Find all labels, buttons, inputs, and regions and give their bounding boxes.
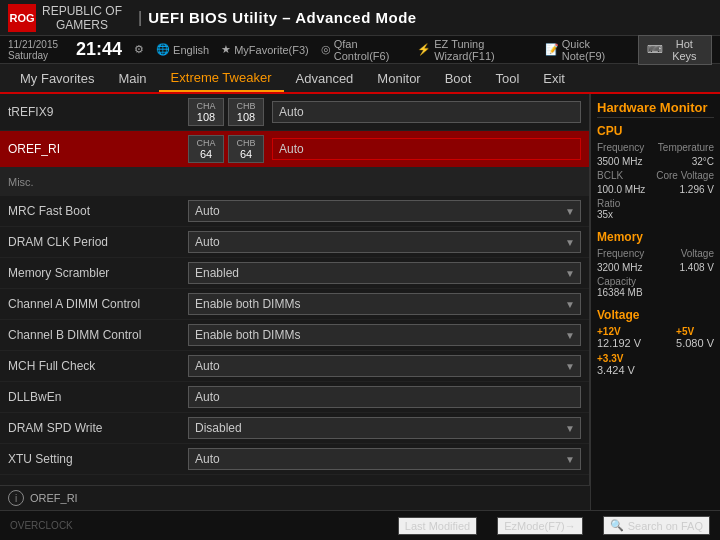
nav-bar: My Favorites Main Extreme Tweaker Advanc… — [0, 64, 720, 94]
cpu-temp-label: Temperature — [658, 142, 714, 153]
myfavorite-item[interactable]: ★ MyFavorite(F3) — [221, 43, 309, 56]
cpu-ratio-label: Ratio — [597, 198, 714, 209]
eztuning-item[interactable]: ⚡ EZ Tuning Wizard(F11) — [417, 38, 533, 62]
setting-dram-clk: DRAM CLK Period Auto ▼ — [0, 227, 589, 258]
dllbwen-label: DLLBwEn — [8, 390, 188, 404]
dram-clk-dropdown[interactable]: Auto — [188, 231, 581, 253]
setting-oref-ri[interactable]: OREF_RI CHA 64 CHB 64 Auto — [0, 131, 589, 168]
myfavorite-label: MyFavorite(F3) — [234, 44, 309, 56]
rog-logo-icon: ROG — [8, 4, 36, 32]
star-icon: ★ — [221, 43, 231, 56]
settings-gear-icon[interactable]: ⚙ — [134, 43, 144, 56]
trefix9-value: Auto — [272, 101, 581, 123]
mem-scrambler-dropdown[interactable]: Enabled — [188, 262, 581, 284]
cpu-bclk-label: BCLK — [597, 170, 623, 181]
cpu-bclk-row: BCLK Core Voltage — [597, 170, 714, 181]
mem-freq-row: Frequency Voltage — [597, 248, 714, 259]
nav-item-favorites[interactable]: My Favorites — [8, 64, 106, 92]
nav-item-extreme-tweaker[interactable]: Extreme Tweaker — [159, 64, 284, 92]
quicknote-item[interactable]: 📝 Quick Note(F9) — [545, 38, 626, 62]
hardware-monitor-title: Hardware Monitor — [597, 100, 714, 118]
cha-dimm-dropdown[interactable]: Enable both DIMMs — [188, 293, 581, 315]
nav-item-tool[interactable]: Tool — [483, 64, 531, 92]
chb-dimm-label: Channel B DIMM Control — [8, 328, 188, 342]
hotkeys-button[interactable]: ⌨ Hot Keys — [638, 35, 712, 65]
trefix9-value-container: Auto — [272, 101, 581, 123]
note-icon: 📝 — [545, 43, 559, 56]
cpu-freq-value-row: 3500 MHz 32°C — [597, 156, 714, 167]
mem-freq-value-row: 3200 MHz 1.408 V — [597, 262, 714, 273]
last-modified-button[interactable]: Last Modified — [398, 517, 477, 535]
v12-value: 12.192 V — [597, 337, 641, 349]
language-item[interactable]: 🌐 English — [156, 43, 209, 56]
asus-brand: REPUBLIC OF GAMERS — [42, 4, 122, 32]
dram-spd-label: DRAM SPD Write — [8, 421, 188, 435]
mem-cap-label: Capacity — [597, 276, 714, 287]
cpu-corevolt-value: 1.296 V — [680, 184, 714, 195]
mrc-dropdown[interactable]: Auto — [188, 200, 581, 222]
cpu-ratio-section: Ratio 35x — [597, 198, 714, 220]
trefix9-channels: CHA 108 CHB 108 — [188, 98, 264, 126]
dllbwen-value: Auto — [188, 386, 581, 408]
setting-mrc-fast-boot: MRC Fast Boot Auto ▼ — [0, 196, 589, 227]
main-content: tREFIX9 CHA 108 CHB 108 Auto ORE — [0, 94, 720, 510]
xtu-container: Auto ▼ — [188, 448, 581, 470]
bios-title: UEFI BIOS Utility – Advanced Mode — [148, 9, 416, 26]
dram-spd-dropdown[interactable]: Disabled — [188, 417, 581, 439]
oref-ri-cha: CHA 64 — [188, 135, 224, 163]
nav-item-monitor[interactable]: Monitor — [365, 64, 432, 92]
oref-ri-chb: CHB 64 — [228, 135, 264, 163]
keyboard-icon: ⌨ — [647, 43, 663, 56]
voltage-title: Voltage — [597, 308, 714, 322]
ez-icon: ⚡ — [417, 43, 431, 56]
info-icon: i — [8, 490, 24, 506]
date-display: 11/21/2015 — [8, 39, 58, 50]
v5-label: +5V — [676, 326, 714, 337]
ez-mode-button[interactable]: EzMode(F7)→ — [497, 517, 583, 535]
mem-volt-value: 1.408 V — [680, 262, 714, 273]
fan-icon: ◎ — [321, 43, 331, 56]
nav-item-main[interactable]: Main — [106, 64, 158, 92]
brand-line2: GAMERS — [56, 18, 108, 32]
v12-block: +12V 12.192 V — [597, 326, 641, 349]
trefix9-chb: CHB 108 — [228, 98, 264, 126]
setting-dllbwen: DLLBwEn Auto — [0, 382, 589, 413]
qfan-item[interactable]: ◎ Qfan Control(F6) — [321, 38, 405, 62]
cha-dimm-label: Channel A DIMM Control — [8, 297, 188, 311]
mem-freq-value: 3200 MHz — [597, 262, 643, 273]
settings-list: tREFIX9 CHA 108 CHB 108 Auto ORE — [0, 94, 590, 485]
v12-label: +12V — [597, 326, 641, 337]
chb-dimm-dropdown[interactable]: Enable both DIMMs — [188, 324, 581, 346]
cpu-section: CPU Frequency Temperature 3500 MHz 32°C … — [597, 124, 714, 220]
nav-item-exit[interactable]: Exit — [531, 64, 577, 92]
cpu-freq-value: 3500 MHz — [597, 156, 643, 167]
nav-item-boot[interactable]: Boot — [433, 64, 484, 92]
quicknote-label: Quick Note(F9) — [562, 38, 626, 62]
nav-item-advanced[interactable]: Advanced — [284, 64, 366, 92]
dram-spd-container: Disabled ▼ — [188, 417, 581, 439]
cpu-ratio-value: 35x — [597, 209, 714, 220]
v5-value: 5.080 V — [676, 337, 714, 349]
mem-cap-value: 16384 MB — [597, 287, 714, 298]
v12-row: +12V 12.192 V +5V 5.080 V — [597, 326, 714, 349]
setting-xtu: XTU Setting Auto ▼ — [0, 444, 589, 475]
search-faq-label: Search on FAQ — [628, 520, 703, 532]
time-display: 21:44 — [76, 39, 122, 60]
dllbwen-value-container: Auto — [188, 386, 581, 408]
voltage-section: Voltage +12V 12.192 V +5V 5.080 V +3.3V … — [597, 308, 714, 376]
oref-ri-value: Auto — [272, 138, 581, 160]
svg-text:ROG: ROG — [9, 12, 34, 24]
setting-chb-dimm: Channel B DIMM Control Enable both DIMMs… — [0, 320, 589, 351]
mch-dropdown[interactable]: Auto — [188, 355, 581, 377]
search-faq-button[interactable]: 🔍 Search on FAQ — [603, 516, 710, 535]
settings-panel: tREFIX9 CHA 108 CHB 108 Auto ORE — [0, 94, 590, 510]
datetime-block: 11/21/2015 Saturday — [8, 39, 58, 61]
brand-line1: REPUBLIC OF — [42, 4, 122, 18]
cpu-bclk-value: 100.0 MHz — [597, 184, 645, 195]
language-label: English — [173, 44, 209, 56]
mrc-dropdown-container: Auto ▼ — [188, 200, 581, 222]
xtu-dropdown[interactable]: Auto — [188, 448, 581, 470]
setting-dram-spd: DRAM SPD Write Disabled ▼ — [0, 413, 589, 444]
cpu-corevolt-label: Core Voltage — [656, 170, 714, 181]
misc-section: Misc. — [0, 168, 589, 196]
